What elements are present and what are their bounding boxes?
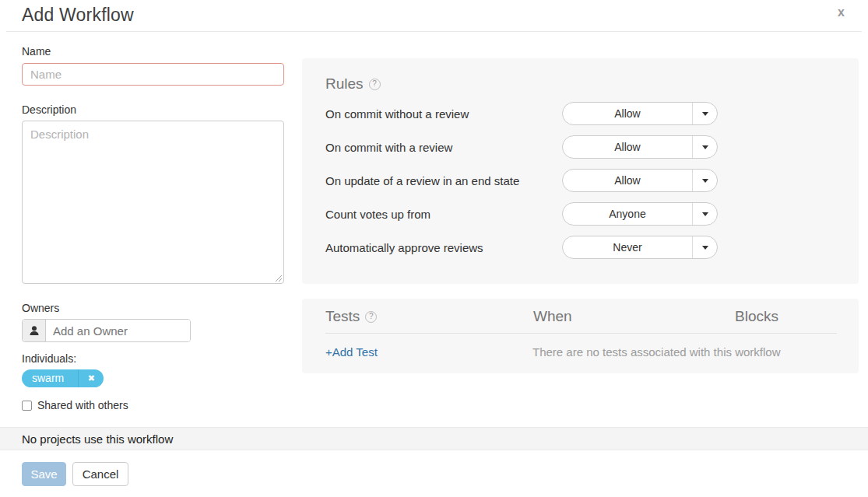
add-test-link[interactable]: +Add Test: [325, 345, 378, 359]
close-icon[interactable]: x: [838, 6, 845, 19]
chevron-down-icon: [702, 145, 708, 149]
header-divider: [6, 31, 862, 32]
rule-dropdown-commit-with-review[interactable]: Allow: [562, 135, 718, 159]
dropdown-caret-button[interactable]: [692, 203, 717, 225]
chevron-down-icon: [702, 212, 708, 216]
dropdown-caret-button[interactable]: [692, 236, 717, 258]
owner-tag-label: swarm: [22, 369, 78, 387]
description-label: Description: [22, 103, 76, 116]
save-button[interactable]: Save: [22, 462, 66, 486]
projects-notice-text: No projects use this workflow: [22, 432, 173, 446]
tests-column-blocks: Blocks: [735, 308, 778, 325]
shared-checkbox-label: Shared with others: [37, 399, 128, 411]
owner-tag: swarm ✖: [22, 369, 104, 387]
description-field-wrap: [22, 121, 284, 284]
chevron-down-icon: [702, 112, 708, 116]
owner-input-group: [22, 319, 191, 342]
rule-row-auto-approve: Automatically approve reviews Never: [325, 236, 837, 259]
dropdown-caret-button[interactable]: [692, 170, 717, 191]
rules-help-icon[interactable]: ?: [369, 79, 381, 90]
add-owner-input[interactable]: [46, 320, 190, 341]
projects-notice-bar: No projects use this workflow: [0, 427, 868, 450]
tests-help-icon[interactable]: ?: [365, 311, 377, 323]
rule-label: Automatically approve reviews: [325, 241, 483, 254]
add-workflow-dialog: Add Workflow x Name Description Owners I…: [0, 0, 868, 497]
tests-empty-message: There are no tests associated with this …: [532, 345, 780, 359]
rule-label: On commit with a review: [325, 141, 452, 154]
tests-title: Tests ?: [325, 308, 377, 325]
rule-row-commit-without-review: On commit without a review Allow: [325, 102, 837, 125]
page-title: Add Workflow: [22, 5, 134, 26]
dropdown-value: Anyone: [563, 203, 692, 225]
rule-label: On update of a review in an end state: [325, 174, 519, 187]
tests-header-divider: [325, 333, 837, 334]
chevron-down-icon: [702, 246, 708, 250]
remove-tag-icon[interactable]: ✖: [79, 369, 104, 387]
rule-dropdown-update-end-state[interactable]: Allow: [562, 169, 718, 192]
rule-dropdown-commit-without-review[interactable]: Allow: [562, 102, 718, 125]
dropdown-value: Never: [563, 236, 692, 258]
dropdown-value: Allow: [563, 103, 692, 124]
rules-title-text: Rules: [325, 75, 364, 93]
individuals-label: Individuals:: [22, 352, 76, 365]
rule-label: Count votes up from: [325, 208, 430, 221]
dropdown-caret-button[interactable]: [692, 136, 717, 158]
description-textarea[interactable]: [22, 121, 284, 284]
person-icon: [23, 320, 46, 341]
tests-column-when: When: [533, 308, 572, 325]
chevron-down-icon: [702, 179, 708, 183]
dropdown-value: Allow: [563, 170, 692, 191]
tests-panel: Tests ? When Blocks +Add Test There are …: [302, 299, 859, 373]
dropdown-caret-button[interactable]: [692, 103, 717, 124]
cancel-button[interactable]: Cancel: [72, 462, 128, 486]
rule-label: On commit without a review: [325, 107, 469, 121]
rule-row-commit-with-review: On commit with a review Allow: [325, 135, 837, 159]
rule-dropdown-count-votes[interactable]: Anyone: [562, 202, 718, 226]
tests-title-text: Tests: [325, 308, 360, 325]
dropdown-value: Allow: [563, 136, 692, 158]
shared-checkbox-row[interactable]: Shared with others: [22, 399, 128, 411]
name-label: Name: [22, 45, 51, 58]
rule-row-count-votes: Count votes up from Anyone: [325, 202, 837, 226]
rules-panel: Rules ? On commit without a review Allow…: [302, 58, 859, 284]
rule-row-update-end-state: On update of a review in an end state Al…: [325, 169, 837, 192]
shared-checkbox[interactable]: [22, 401, 32, 411]
owners-label: Owners: [22, 302, 59, 314]
name-input[interactable]: [22, 63, 284, 86]
rule-dropdown-auto-approve[interactable]: Never: [562, 236, 718, 259]
rules-title: Rules ?: [325, 75, 381, 93]
